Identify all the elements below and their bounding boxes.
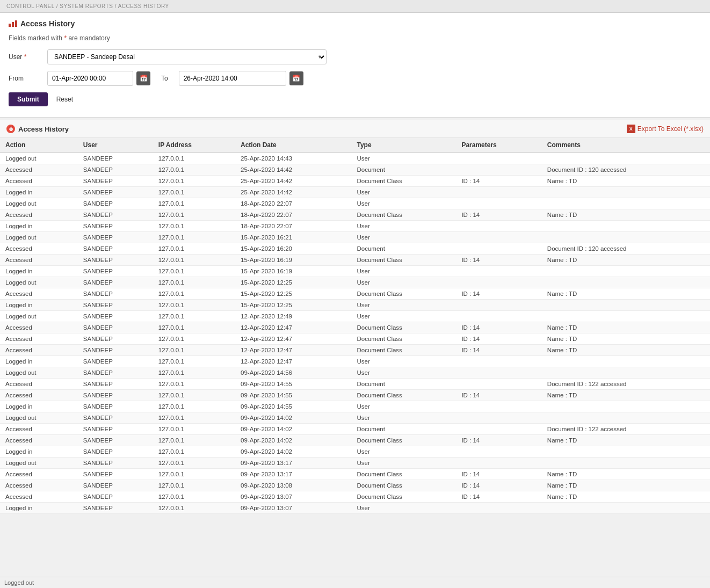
export-button[interactable]: X Export To Excel (*.xlsx) xyxy=(627,125,704,133)
table-cell xyxy=(456,221,541,232)
table-cell: Logged in xyxy=(0,187,78,198)
table-cell: User xyxy=(351,446,456,458)
table-row: AccessedSANDEEP127.0.0.109-Apr-2020 14:5… xyxy=(0,379,710,390)
table-cell: Accessed xyxy=(0,491,78,503)
col-ip: IP Address xyxy=(153,138,235,153)
table-cell: SANDEEP xyxy=(78,491,153,503)
table-cell: 127.0.0.1 xyxy=(153,187,235,198)
table-cell: Document Class xyxy=(351,435,456,446)
table-row: Logged outSANDEEP127.0.0.109-Apr-2020 13… xyxy=(0,458,710,469)
table-cell xyxy=(542,446,710,458)
table-cell xyxy=(542,221,710,232)
breadcrumb-item-2: SYSTEM REPORTS xyxy=(60,3,113,9)
table-cell xyxy=(456,367,541,379)
table-cell: 127.0.0.1 xyxy=(153,176,235,187)
table-cell: 12-Apr-2020 12:47 xyxy=(235,333,351,345)
table-cell: 127.0.0.1 xyxy=(153,333,235,345)
clock-icon: ⏰ xyxy=(6,125,15,133)
table-cell: 18-Apr-2020 22:07 xyxy=(235,221,351,232)
to-label: To xyxy=(161,75,168,82)
from-date-input[interactable] xyxy=(47,71,133,86)
table-cell: 127.0.0.1 xyxy=(153,401,235,412)
table-cell: 15-Apr-2020 12:25 xyxy=(235,288,351,300)
table-cell: User xyxy=(351,311,456,322)
table-cell xyxy=(456,401,541,412)
table-cell: 127.0.0.1 xyxy=(153,243,235,255)
table-cell xyxy=(542,187,710,198)
table-cell: 127.0.0.1 xyxy=(153,164,235,176)
table-cell: 127.0.0.1 xyxy=(153,480,235,491)
access-history-table: Action User IP Address Action Date Type … xyxy=(0,138,710,514)
table-cell: 127.0.0.1 xyxy=(153,503,235,514)
table-cell: SANDEEP xyxy=(78,255,153,266)
table-cell: Document Class xyxy=(351,176,456,187)
date-row: From 📅 To 📅 xyxy=(9,71,701,86)
table-cell: ID : 14 xyxy=(456,333,541,345)
table-cell xyxy=(542,458,710,469)
table-cell xyxy=(542,367,710,379)
mandatory-note: Fields marked with * are mandatory xyxy=(9,34,701,42)
table-cell xyxy=(542,153,710,164)
table-cell: ID : 14 xyxy=(456,209,541,221)
from-calendar-button[interactable]: 📅 xyxy=(136,71,150,85)
table-cell: 15-Apr-2020 16:19 xyxy=(235,266,351,277)
table-cell: ID : 14 xyxy=(456,491,541,503)
table-cell: Name : TD xyxy=(542,255,710,266)
table-cell: 15-Apr-2020 12:25 xyxy=(235,277,351,288)
table-cell: Document Class xyxy=(351,255,456,266)
table-cell: Document ID : 120 accessed xyxy=(542,164,710,176)
table-cell: SANDEEP xyxy=(78,333,153,345)
table-cell: Accessed xyxy=(0,255,78,266)
table-cell: Logged out xyxy=(0,153,78,164)
table-cell: Name : TD xyxy=(542,390,710,401)
table-cell: 25-Apr-2020 14:42 xyxy=(235,164,351,176)
table-cell: User xyxy=(351,401,456,412)
table-cell xyxy=(456,356,541,367)
table-cell xyxy=(456,187,541,198)
table-cell: SANDEEP xyxy=(78,164,153,176)
table-cell: ID : 14 xyxy=(456,480,541,491)
table-cell: 12-Apr-2020 12:47 xyxy=(235,322,351,333)
table-row: AccessedSANDEEP127.0.0.112-Apr-2020 12:4… xyxy=(0,322,710,333)
table-cell: SANDEEP xyxy=(78,412,153,424)
table-cell xyxy=(456,379,541,390)
table-cell: 127.0.0.1 xyxy=(153,311,235,322)
table-cell: ID : 14 xyxy=(456,176,541,187)
table-cell: 25-Apr-2020 14:42 xyxy=(235,187,351,198)
to-date-input[interactable] xyxy=(179,71,286,86)
table-cell: Document Class xyxy=(351,345,456,356)
table-row: AccessedSANDEEP127.0.0.109-Apr-2020 13:0… xyxy=(0,480,710,491)
table-cell: 127.0.0.1 xyxy=(153,379,235,390)
table-cell: 127.0.0.1 xyxy=(153,345,235,356)
submit-button[interactable]: Submit xyxy=(9,92,48,106)
table-cell: 25-Apr-2020 14:42 xyxy=(235,176,351,187)
table-cell: 127.0.0.1 xyxy=(153,153,235,164)
table-cell: SANDEEP xyxy=(78,480,153,491)
table-row: Logged inSANDEEP127.0.0.125-Apr-2020 14:… xyxy=(0,187,710,198)
table-cell: Accessed xyxy=(0,288,78,300)
col-comments: Comments xyxy=(542,138,710,153)
to-calendar-button[interactable]: 📅 xyxy=(289,71,303,85)
table-cell xyxy=(542,503,710,514)
table-cell: 127.0.0.1 xyxy=(153,288,235,300)
table-cell: 127.0.0.1 xyxy=(153,435,235,446)
table-cell: SANDEEP xyxy=(78,288,153,300)
table-cell: Document xyxy=(351,379,456,390)
table-cell: Name : TD xyxy=(542,288,710,300)
table-row: Logged outSANDEEP127.0.0.115-Apr-2020 16… xyxy=(0,232,710,243)
table-cell: Accessed xyxy=(0,469,78,480)
table-row: AccessedSANDEEP127.0.0.109-Apr-2020 14:0… xyxy=(0,435,710,446)
table-cell: Name : TD xyxy=(542,480,710,491)
reset-button[interactable]: Reset xyxy=(51,92,78,106)
table-cell: Name : TD xyxy=(542,345,710,356)
user-select[interactable]: SANDEEP - Sandeep Desai xyxy=(47,49,327,64)
table-cell: 127.0.0.1 xyxy=(153,232,235,243)
table-cell: User xyxy=(351,221,456,232)
form-buttons: Submit Reset xyxy=(9,92,701,106)
table-cell xyxy=(542,356,710,367)
table-cell: User xyxy=(351,187,456,198)
table-cell: Name : TD xyxy=(542,176,710,187)
table-cell: SANDEEP xyxy=(78,266,153,277)
table-cell: 09-Apr-2020 14:55 xyxy=(235,390,351,401)
table-cell: Document Class xyxy=(351,469,456,480)
